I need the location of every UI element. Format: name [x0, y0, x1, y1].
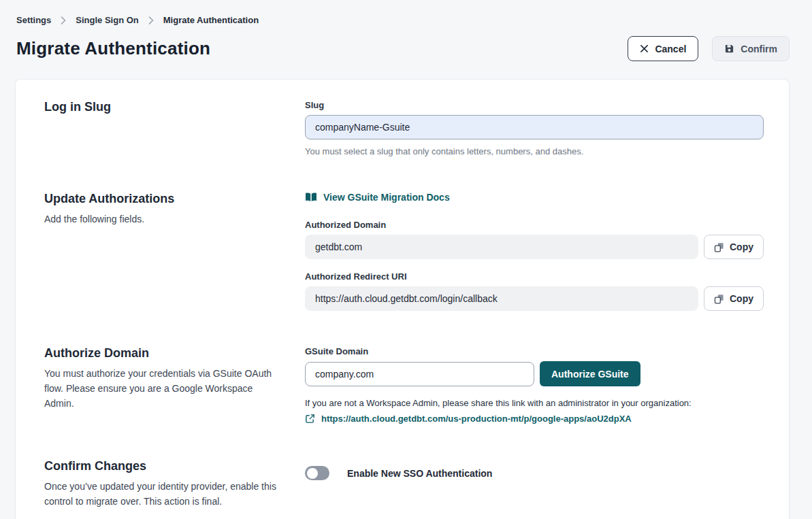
section-description: Once you’ve updated your identity provid…	[44, 479, 279, 509]
breadcrumb-settings[interactable]: Settings	[16, 15, 51, 25]
page-header: Settings Single Sign On Migrate Authenti…	[0, 0, 812, 61]
admin-link-row: https://auth.cloud.getdbt.com/us-product…	[305, 414, 764, 424]
section-heading: Confirm Changes	[44, 459, 305, 473]
gsuite-migration-docs-label: View GSuite Migration Docs	[323, 192, 450, 203]
section-heading: Update Authorizations	[44, 192, 305, 206]
section-description: You must authorize your credentials via …	[44, 366, 279, 411]
confirm-button[interactable]: Confirm	[712, 36, 790, 61]
copy-icon	[714, 294, 724, 304]
enable-sso-toggle-label: Enable New SSO Authentication	[347, 468, 492, 479]
enable-sso-toggle[interactable]	[305, 466, 329, 480]
gsuite-domain-row: Authorize GSuite	[305, 361, 764, 386]
page-title: Migrate Authentication	[16, 38, 210, 59]
chevron-right-icon	[61, 16, 66, 24]
title-row: Migrate Authentication Cancel Confirm	[16, 36, 790, 61]
redirect-uri-label: Authorized Redirect URI	[305, 271, 764, 282]
slug-helper-text: You must select a slug that only contain…	[305, 146, 764, 156]
chevron-right-icon	[148, 16, 154, 24]
save-icon	[724, 44, 734, 54]
cancel-button-label: Cancel	[655, 44, 686, 54]
redirect-uri-block: Authorized Redirect URI Copy	[305, 271, 764, 311]
breadcrumb-migrate-authentication: Migrate Authentication	[163, 15, 259, 25]
redirect-uri-row: Copy	[305, 286, 764, 311]
authorized-domain-row: Copy	[305, 235, 764, 259]
section-description: Add the following fields.	[44, 212, 279, 227]
section-authorize-domain: Authorize Domain You must authorize your…	[44, 346, 762, 424]
section-update-authorizations: Update Authorizations Add the following …	[44, 192, 762, 311]
section-confirm-changes: Confirm Changes Once you’ve updated your…	[44, 459, 762, 509]
section-confirm-changes-info: Confirm Changes Once you’ve updated your…	[44, 459, 305, 509]
confirm-button-label: Confirm	[741, 44, 777, 54]
authorized-domain-label: Authorized Domain	[305, 220, 764, 230]
book-icon	[305, 192, 317, 202]
cancel-button[interactable]: Cancel	[628, 36, 698, 61]
gsuite-domain-label: GSuite Domain	[305, 346, 764, 356]
breadcrumb-single-sign-on[interactable]: Single Sign On	[76, 15, 138, 25]
close-icon	[640, 44, 649, 53]
copy-button-label: Copy	[730, 241, 753, 252]
section-confirm-changes-fields: Enable New SSO Authentication	[305, 459, 764, 509]
authorize-gsuite-button[interactable]: Authorize GSuite	[540, 361, 640, 386]
gsuite-migration-docs-link[interactable]: View GSuite Migration Docs	[305, 192, 450, 203]
authorized-domain-input[interactable]	[305, 235, 698, 259]
section-login-slug-fields: Slug You must select a slug that only co…	[305, 100, 764, 156]
section-login-slug: Log in Slug Slug You must select a slug …	[44, 100, 762, 156]
settings-card: Log in Slug Slug You must select a slug …	[15, 79, 790, 519]
external-link-icon	[305, 414, 315, 424]
slug-label: Slug	[305, 100, 764, 110]
header-actions: Cancel Confirm	[628, 36, 790, 61]
gsuite-domain-input[interactable]	[305, 362, 534, 386]
copy-authorized-domain-button[interactable]: Copy	[704, 235, 764, 259]
toggle-knob	[307, 468, 318, 479]
copy-button-label: Copy	[730, 293, 753, 304]
section-login-slug-info: Log in Slug	[44, 100, 305, 156]
admin-share-link[interactable]: https://auth.cloud.getdbt.com/us-product…	[321, 414, 632, 424]
copy-icon	[714, 242, 724, 252]
redirect-uri-input[interactable]	[305, 286, 698, 311]
slug-input[interactable]	[305, 115, 764, 139]
workspace-admin-note: If you are not a Workspace Admin, please…	[305, 398, 764, 408]
section-update-authorizations-fields: View GSuite Migration Docs Authorized Do…	[305, 192, 764, 311]
enable-sso-toggle-row: Enable New SSO Authentication	[305, 466, 764, 480]
copy-redirect-uri-button[interactable]: Copy	[704, 286, 764, 311]
section-authorize-domain-fields: GSuite Domain Authorize GSuite If you ar…	[305, 346, 764, 424]
section-update-authorizations-info: Update Authorizations Add the following …	[44, 192, 305, 311]
authorized-domain-block: Authorized Domain Copy	[305, 220, 764, 259]
section-authorize-domain-info: Authorize Domain You must authorize your…	[44, 346, 305, 424]
breadcrumb: Settings Single Sign On Migrate Authenti…	[16, 15, 790, 25]
section-heading: Log in Slug	[44, 100, 305, 114]
section-heading: Authorize Domain	[44, 346, 305, 361]
